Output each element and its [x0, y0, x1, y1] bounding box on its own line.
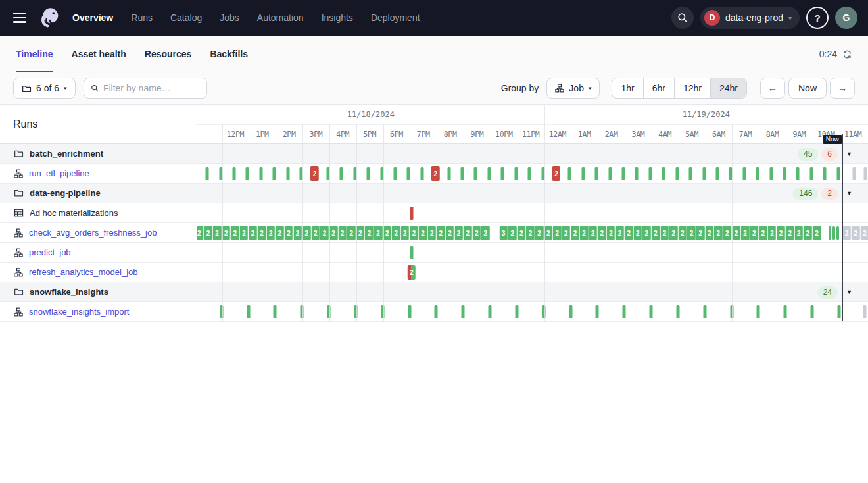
run-tick[interactable] — [742, 167, 746, 180]
run-tick[interactable] — [462, 305, 465, 318]
run-block[interactable]: 2 — [419, 226, 427, 240]
run-block[interactable]: 2 — [213, 226, 222, 240]
run-block[interactable]: 2 — [786, 226, 794, 240]
run-block[interactable]: 2 — [634, 226, 642, 240]
run-tick[interactable] — [435, 305, 438, 318]
nav-item-runs[interactable]: Runs — [131, 13, 153, 23]
run-tick[interactable] — [528, 167, 531, 180]
run-tick[interactable] — [569, 305, 572, 318]
run-tick[interactable] — [487, 167, 491, 180]
run-block[interactable]: 2 — [240, 226, 249, 240]
run-tick[interactable] — [301, 305, 304, 318]
run-block[interactable]: 2 — [356, 226, 365, 240]
run-tick[interactable] — [232, 167, 235, 180]
run-tick[interactable] — [702, 167, 706, 180]
run-tick[interactable] — [410, 207, 413, 220]
run-block[interactable]: 2 — [293, 226, 302, 240]
job-name-link[interactable]: snowflake_insights_import — [29, 307, 129, 317]
run-tick[interactable] — [327, 305, 331, 318]
run-tick[interactable] — [729, 167, 733, 180]
run-block[interactable]: 2 — [347, 226, 356, 240]
range-24hr[interactable]: 24hr — [710, 78, 746, 98]
run-tick[interactable] — [863, 305, 867, 318]
group-by-dropdown[interactable]: Job ▾ — [546, 78, 600, 99]
run-tick[interactable] — [769, 167, 773, 180]
run-block[interactable]: 2 — [312, 226, 320, 240]
run-tick[interactable] — [662, 167, 665, 180]
run-block[interactable]: 2 — [222, 226, 230, 240]
run-block[interactable]: 2 — [642, 226, 651, 240]
run-block[interactable]: 2 — [338, 226, 347, 240]
range-1hr[interactable]: 1hr — [612, 78, 642, 98]
run-block[interactable]: 2 — [625, 226, 633, 240]
run-block[interactable]: 2 — [652, 226, 660, 240]
run-block[interactable]: 2 — [481, 226, 490, 240]
run-block[interactable]: 2 — [249, 226, 257, 240]
nav-item-automation[interactable]: Automation — [257, 13, 304, 23]
run-block[interactable]: 2 — [741, 226, 750, 240]
run-block[interactable]: 2 — [696, 226, 705, 240]
nav-item-deployment[interactable]: Deployment — [371, 13, 420, 23]
nav-item-catalog[interactable]: Catalog — [170, 13, 202, 23]
run-tick[interactable] — [796, 167, 800, 180]
run-tick[interactable] — [219, 167, 222, 180]
run-block[interactable]: 2 — [723, 226, 732, 240]
run-block[interactable]: 2 — [473, 226, 481, 240]
run-tick[interactable] — [461, 167, 464, 180]
run-tick[interactable] — [407, 167, 410, 180]
job-name-link[interactable]: run_etl_pipeline — [29, 168, 89, 178]
run-tick[interactable] — [853, 167, 856, 180]
run-block[interactable]: 2 — [535, 226, 544, 240]
tab-asset-health[interactable]: Asset health — [72, 36, 126, 72]
run-block[interactable]: 2 — [660, 226, 669, 240]
run-block[interactable]: 2 — [310, 166, 319, 181]
range-6hr[interactable]: 6hr — [643, 78, 674, 98]
run-block[interactable]: 2 — [750, 226, 758, 240]
run-tick[interactable] — [286, 167, 289, 180]
run-tick[interactable] — [648, 167, 652, 180]
collapse-caret-icon[interactable]: ▼ — [846, 184, 852, 203]
run-block[interactable]: 2 — [258, 226, 266, 240]
run-tick[interactable] — [206, 167, 209, 180]
dagster-logo[interactable] — [37, 5, 63, 31]
run-tick[interactable] — [408, 305, 411, 318]
run-tick[interactable] — [410, 246, 413, 259]
run-tick[interactable] — [689, 167, 692, 180]
nav-item-jobs[interactable]: Jobs — [220, 13, 239, 23]
run-tick[interactable] — [541, 167, 544, 180]
hamburger-menu-icon[interactable] — [11, 7, 33, 29]
run-block[interactable]: 2 — [544, 226, 552, 240]
run-block[interactable]: 2 — [526, 226, 535, 240]
tab-resources[interactable]: Resources — [145, 36, 192, 72]
run-tick[interactable] — [354, 305, 357, 318]
run-block[interactable]: 2 — [759, 226, 767, 240]
run-tick[interactable] — [247, 305, 250, 318]
run-tick[interactable] — [353, 167, 356, 180]
run-block[interactable]: 2 — [454, 226, 463, 240]
run-block[interactable]: 2 — [365, 226, 374, 240]
run-block[interactable]: 2 — [679, 226, 687, 240]
run-block[interactable]: 3 — [499, 226, 508, 240]
run-tick[interactable] — [829, 226, 831, 240]
run-tick[interactable] — [489, 305, 492, 318]
run-block[interactable]: 2 — [607, 226, 615, 240]
user-avatar[interactable]: G — [835, 7, 857, 29]
run-block[interactable]: 2 — [705, 226, 713, 240]
run-tick[interactable] — [784, 305, 787, 318]
run-tick[interactable] — [326, 167, 329, 180]
job-name-link[interactable]: refresh_analytics_model_job — [29, 267, 137, 277]
run-tick[interactable] — [730, 305, 733, 318]
run-tick[interactable] — [515, 305, 518, 318]
help-button[interactable]: ? — [806, 7, 829, 29]
run-block[interactable]: 2 — [615, 226, 624, 240]
run-block[interactable]: 2 — [861, 226, 868, 240]
run-tick[interactable] — [676, 305, 679, 318]
run-block[interactable]: 2 — [302, 226, 311, 240]
run-tick[interactable] — [837, 305, 840, 318]
run-block[interactable]: 2 — [552, 166, 561, 181]
run-tick[interactable] — [809, 167, 813, 180]
run-block[interactable]: 2 — [329, 226, 338, 240]
run-block[interactable]: 2 — [795, 226, 804, 240]
run-tick[interactable] — [623, 305, 626, 318]
run-block[interactable]: 2 — [508, 226, 517, 240]
